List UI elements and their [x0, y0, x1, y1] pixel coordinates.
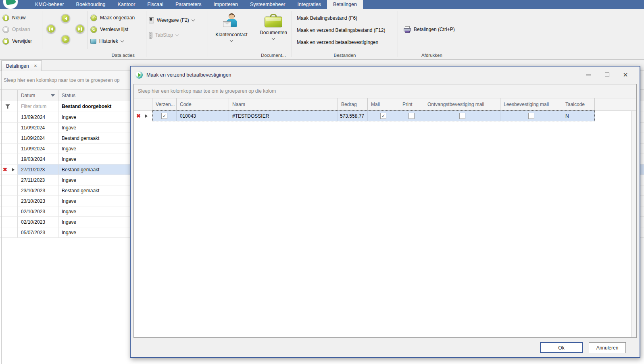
row-indicator-cell: ✖ — [0, 227, 18, 237]
tabstop-button[interactable]: TabStop — [146, 30, 208, 40]
next-record-button[interactable] — [61, 35, 70, 44]
cell-datum[interactable]: 19/03/2024 — [18, 154, 58, 164]
cell-datum[interactable]: 23/10/2023 — [18, 196, 58, 206]
maak-verzend-betaalbevestigingen-button[interactable]: Maak en verzend betaalbevestigingen — [292, 36, 398, 48]
ribbon-group-caption: Bestanden — [292, 53, 398, 58]
dialog-footer: Ok Annuleren — [131, 338, 640, 357]
maak-betalingsbestand-button[interactable]: Maak Betalingsbestand (F6) — [292, 12, 398, 24]
column-header-code[interactable]: Code — [177, 98, 229, 110]
close-button[interactable]: ✕ — [616, 69, 635, 81]
opslaan-button[interactable]: Opslaan — [0, 25, 42, 34]
menu-tab-importeren[interactable]: Importeren — [208, 0, 244, 9]
last-record-button[interactable] — [75, 24, 85, 33]
nieuw-button[interactable]: Nieuw — [0, 13, 42, 23]
tab-close-icon[interactable]: ✕ — [34, 64, 37, 68]
cell-datum[interactable]: 02/10/2023 — [18, 217, 58, 227]
refresh-icon: ↻ — [90, 26, 97, 33]
column-header-datum[interactable]: Datum — [18, 90, 58, 101]
ribbon-group-caption: Data acties — [0, 53, 146, 58]
header-indicator-cell — [134, 98, 152, 110]
row-indicator-cell: ✖ — [0, 112, 18, 122]
cell-datum[interactable]: 13/09/2024 — [18, 112, 58, 122]
row-indicator-cell: ✖ — [0, 144, 18, 154]
documenten-button[interactable]: Documenten — [255, 9, 292, 59]
filter-indicator-cell — [0, 101, 18, 112]
annuleren-button[interactable]: Annuleren — [589, 342, 626, 353]
delete-icon — [2, 38, 9, 45]
minimize-button[interactable] — [579, 69, 598, 81]
filter-funnel-icon[interactable] — [5, 104, 10, 109]
cell-leesbevestiging — [500, 110, 562, 121]
menu-tab-kmo-beheer[interactable]: KMO-beheer — [29, 0, 70, 9]
menu-tab-parameters[interactable]: Parameters — [169, 0, 208, 9]
betalingen-print-label: Betalingen (Ctrl+P) — [414, 27, 455, 32]
ontvangstbevestiging-checkbox[interactable] — [459, 113, 465, 119]
maximize-button[interactable] — [598, 69, 616, 81]
cell-datum[interactable]: 11/09/2024 — [18, 133, 58, 143]
column-header-filler — [595, 98, 636, 110]
cell-datum[interactable]: 02/10/2023 — [18, 206, 58, 216]
first-record-button[interactable] — [46, 24, 56, 33]
betalingen-print-button[interactable]: Betalingen (Ctrl+P) — [398, 26, 466, 33]
column-header-taalcode[interactable]: Taalcode — [562, 98, 595, 110]
column-header-verzend[interactable]: Verzen... — [152, 98, 177, 110]
cell-taalcode[interactable]: N — [562, 110, 595, 121]
ribbon-group-data-acties: Nieuw Opslaan Verwijder — [0, 9, 146, 59]
column-header-ontvangstbevestiging[interactable]: Ontvangstbevestiging mail — [424, 98, 500, 110]
previous-record-button[interactable] — [61, 14, 70, 23]
verwijder-label: Verwijder — [12, 38, 32, 44]
ok-button[interactable]: Ok — [540, 342, 583, 353]
weergave-button[interactable]: Weergave (F2) — [146, 15, 208, 25]
cell-naam[interactable]: #TESTDOSSIER — [229, 110, 338, 121]
window-controls: ✕ — [579, 69, 635, 81]
menu-tab-boekhouding[interactable]: Boekhouding — [70, 0, 112, 9]
vertical-scrollbar[interactable] — [631, 111, 636, 337]
cell-datum[interactable]: 27/11/2023 — [18, 175, 58, 185]
ribbon-group-klantencontact: Klantencontact — [208, 9, 255, 59]
app-logo-icon[interactable] — [3, 0, 18, 9]
cell-bedrag[interactable]: 573.558,77 — [338, 110, 368, 121]
row-indicator-cell: ✖ — [0, 154, 18, 164]
menu-tab-betalingen[interactable]: Betalingen — [327, 0, 363, 9]
filter-datum-cell[interactable]: Filter datum — [18, 101, 58, 112]
dialog-title-bar[interactable]: Maak en verzend betaalbevestigingen ✕ — [131, 67, 640, 83]
column-header-mail[interactable]: Mail — [368, 98, 399, 110]
cell-datum[interactable]: 11/09/2024 — [18, 123, 58, 133]
column-header-print[interactable]: Print — [399, 98, 424, 110]
cell-code[interactable]: 010043 — [177, 110, 229, 121]
menu-tab-systeembeheer[interactable]: Systeembeheer — [244, 0, 292, 9]
minimize-icon — [586, 75, 591, 75]
vernieuw-lijst-button[interactable]: ↻ Vernieuw lijst — [88, 25, 144, 34]
menu-tabs: KMO-beheerBoekhoudingKantoorFiscaalParam… — [29, 0, 363, 9]
verwijder-button[interactable]: Verwijder — [0, 36, 42, 46]
tab-betalingen[interactable]: Betalingen ✕ — [1, 60, 42, 71]
dialog-table-row[interactable]: ✖ 010043 #TESTDOSSIER 573.558,77 N — [134, 110, 636, 121]
leesbevestiging-checkbox[interactable] — [528, 113, 534, 119]
column-header-bedrag[interactable]: Bedrag — [338, 98, 368, 110]
tabstop-icon — [149, 32, 152, 39]
maak-verzend-betalingsbestand-button[interactable]: Maak en verzend Betalingsbestand (F12) — [292, 24, 398, 36]
save-icon — [2, 26, 9, 33]
print-checkbox[interactable] — [408, 113, 415, 119]
column-header-naam[interactable]: Naam — [229, 98, 338, 110]
app-logo-wrap — [0, 0, 29, 9]
opslaan-label: Opslaan — [12, 27, 30, 32]
dialog-grid-panel: Sleep hier een kolomkop naar toe om te g… — [133, 84, 637, 338]
klantencontact-button[interactable]: Klantencontact — [208, 9, 255, 59]
vernieuw-lijst-label: Vernieuw lijst — [100, 27, 128, 32]
cell-datum[interactable]: 05/07/2023 — [18, 227, 58, 237]
maak-ongedaan-button[interactable]: ↶ Maak ongedaan — [88, 13, 144, 23]
historiek-button[interactable]: Historiek — [88, 36, 144, 46]
cell-datum[interactable]: 23/10/2023 — [18, 185, 58, 196]
mail-checkbox[interactable] — [380, 113, 386, 119]
cell-datum[interactable]: 27/11/2023 — [18, 164, 58, 175]
menu-tab-kantoor[interactable]: Kantoor — [112, 0, 142, 9]
cell-datum[interactable]: 11/09/2024 — [18, 144, 58, 154]
menu-tab-fiscaal[interactable]: Fiscaal — [141, 0, 169, 9]
menu-tab-integraties[interactable]: Integraties — [292, 0, 327, 9]
verzend-checkbox[interactable] — [161, 113, 167, 119]
column-header-leesbevestiging[interactable]: Leesbevestiging mail — [500, 98, 562, 110]
cell-verzend — [152, 110, 177, 121]
printer-icon — [404, 26, 411, 33]
row-indicator-cell: ✖ — [0, 185, 18, 196]
